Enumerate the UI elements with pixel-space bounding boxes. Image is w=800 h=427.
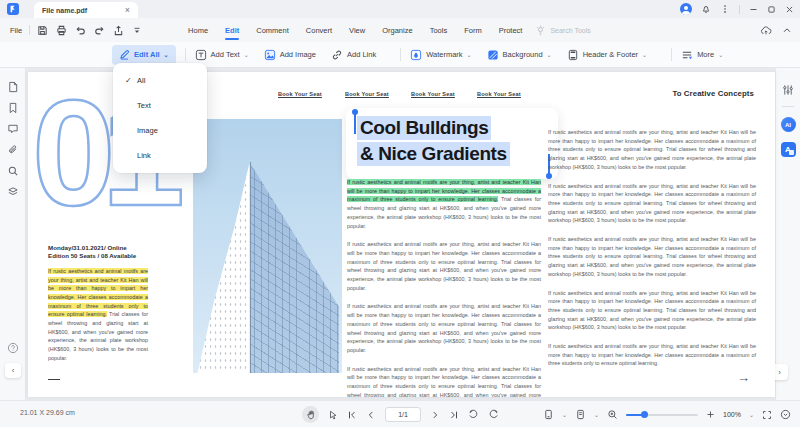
print-icon[interactable]: [56, 25, 67, 36]
edit-all-button[interactable]: Edit All ⌄: [112, 45, 176, 65]
menu-comment[interactable]: Comment: [256, 26, 289, 35]
add-text-caret-icon: ⌄: [244, 52, 249, 58]
rotate-left-icon[interactable]: [468, 409, 479, 420]
previous-page-button[interactable]: [366, 410, 376, 420]
add-image-button[interactable]: Add Image: [264, 49, 316, 61]
cloud-upload-icon[interactable]: [760, 25, 772, 36]
menu-organize[interactable]: Organize: [382, 26, 412, 35]
paragraph: If rustic aesthetics and animal motifs a…: [347, 240, 541, 292]
right-text-column: If rustic aesthetics and animal motifs a…: [548, 128, 756, 378]
main-menus: Home Edit Comment Convert View Organize …: [188, 26, 522, 35]
page-fit-view-button[interactable]: [575, 409, 586, 420]
last-page-button[interactable]: [449, 410, 459, 420]
redo-icon[interactable]: [94, 25, 105, 36]
paragraph: If rustic aesthetics and animal motifs a…: [548, 235, 756, 279]
menu-protect[interactable]: Protect: [499, 26, 523, 35]
kebab-menu-icon[interactable]: [720, 4, 730, 14]
maximize-button[interactable]: [767, 5, 776, 14]
thumbnails-icon[interactable]: [7, 81, 19, 93]
properties-tune-icon[interactable]: [782, 84, 794, 96]
next-page-button[interactable]: [430, 410, 440, 420]
menu-edit[interactable]: Edit: [225, 26, 239, 35]
attachments-icon[interactable]: [7, 144, 19, 156]
search-icon[interactable]: [7, 165, 19, 177]
hand-tool-button[interactable]: [302, 406, 319, 423]
background-icon: [487, 49, 499, 61]
center-text-column: If rustic aesthetics and animal motifs a…: [347, 178, 541, 397]
zoom-slider[interactable]: [626, 410, 698, 420]
menubar-divider: [29, 25, 30, 35]
right-rail-divider: [782, 106, 794, 107]
select-tool-button[interactable]: [328, 410, 338, 420]
background-label: Background: [503, 50, 543, 59]
first-page-button[interactable]: [347, 410, 357, 420]
zoom-slider-thumb[interactable]: [641, 411, 648, 418]
close-window-button[interactable]: [785, 5, 794, 14]
add-link-button[interactable]: Add Link: [331, 49, 376, 61]
page-view-caret-icon[interactable]: ⌄: [562, 412, 567, 418]
minimize-button[interactable]: [749, 5, 758, 14]
menu-tools[interactable]: Tools: [430, 26, 448, 35]
undo-icon[interactable]: [75, 25, 86, 36]
single-page-view-button[interactable]: [543, 409, 554, 420]
collapse-toolbar-icon[interactable]: [782, 26, 792, 35]
menu-convert[interactable]: Convert: [306, 26, 332, 35]
bookmarks-icon[interactable]: [7, 102, 19, 114]
dropdown-item-link[interactable]: Link: [113, 143, 207, 168]
file-menu[interactable]: File: [10, 26, 22, 35]
add-link-label: Add Link: [347, 50, 376, 59]
zoom-level-caret-icon[interactable]: ⌄: [749, 412, 754, 418]
selection-handle-start[interactable]: [354, 114, 356, 134]
page-indicator-input[interactable]: 1/1: [385, 407, 421, 422]
header-footer-button[interactable]: Header & Footer ⌄: [567, 49, 647, 61]
watermark-caret-icon: ⌄: [467, 52, 472, 58]
more-button[interactable]: More ⌄: [681, 49, 723, 61]
menu-form[interactable]: Form: [464, 26, 482, 35]
quick-access-caret-icon[interactable]: [132, 25, 142, 35]
zoom-level[interactable]: 100%: [723, 411, 741, 418]
search-tools[interactable]: Search Tools: [535, 25, 590, 36]
dropdown-item-image[interactable]: Image: [113, 118, 207, 143]
paragraph: If rustic aesthetics and animal motifs a…: [347, 302, 541, 354]
book-your-seat-link[interactable]: Book Your Seat: [411, 91, 455, 97]
watermark-button[interactable]: Watermark ⌄: [410, 49, 471, 61]
titlebar-divider: [739, 5, 740, 14]
help-icon[interactable]: [7, 342, 19, 354]
menu-view[interactable]: View: [349, 26, 365, 35]
user-avatar[interactable]: [680, 3, 692, 15]
footer-dash: [48, 379, 60, 381]
document-title-line2: & Nice Gradients: [357, 142, 510, 166]
background-button[interactable]: Background ⌄: [487, 49, 552, 61]
left-text-column: Monday/31.01.2021/ Online Edition 50 Sea…: [48, 244, 148, 380]
ai-assistant-icon[interactable]: AI: [781, 117, 796, 132]
yellow-highlighted-text: If rustic aesthetics and animal motifs a…: [48, 268, 148, 318]
tab-close-icon[interactable]: ×: [125, 6, 130, 15]
collapse-left-panel-button[interactable]: ‹: [5, 363, 21, 378]
header-footer-icon: [567, 49, 579, 61]
title-bar: File name.pdf ×: [0, 0, 800, 18]
zoom-tool-icon[interactable]: [607, 409, 618, 420]
fullscreen-icon[interactable]: [762, 410, 772, 420]
translate-icon[interactable]: A: [781, 142, 796, 157]
dropdown-item-all[interactable]: ✓ All: [113, 68, 207, 93]
menu-home[interactable]: Home: [188, 26, 208, 35]
notification-bell-icon[interactable]: [701, 4, 711, 14]
document-tab[interactable]: File name.pdf ×: [34, 2, 138, 18]
pen-icon: [119, 49, 130, 60]
dropdown-item-text[interactable]: Text: [113, 93, 207, 118]
add-text-button[interactable]: Add Text ⌄: [195, 49, 249, 61]
rotate-right-icon[interactable]: [488, 409, 499, 420]
comments-icon[interactable]: [7, 123, 19, 135]
reading-mode-icon[interactable]: [780, 409, 791, 420]
book-your-seat-link[interactable]: Book Your Seat: [345, 91, 389, 97]
save-icon[interactable]: [37, 25, 48, 36]
status-bar: 21.01 X 29.69 cm 1/1: [0, 400, 800, 427]
zoom-in-button[interactable]: [706, 410, 715, 419]
watermark-icon: [410, 49, 422, 61]
share-icon[interactable]: [113, 25, 124, 36]
book-your-seat-link[interactable]: Book Your Seat: [477, 91, 521, 97]
fit-view-caret-icon[interactable]: ⌄: [594, 412, 599, 418]
selected-title-block[interactable]: Cool Bulldings & Nice Gradients: [346, 108, 558, 179]
book-your-seat-link[interactable]: Book Your Seat: [278, 91, 322, 97]
stamps-icon[interactable]: [7, 186, 19, 198]
